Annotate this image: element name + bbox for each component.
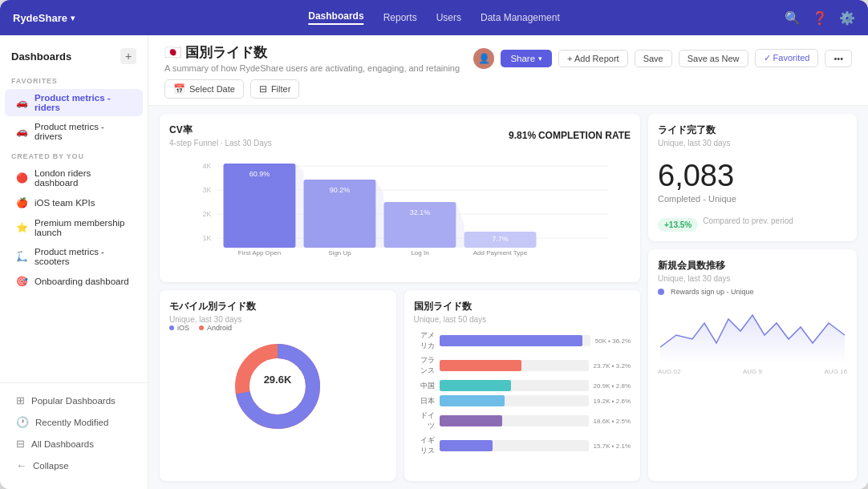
select-date-button[interactable]: 📅 Select Date	[164, 79, 244, 99]
dashboard-header: 🇯🇵 国別ライド数 A summary of how RydeShare use…	[148, 35, 868, 106]
scooters-label: Product metrics - scooters	[34, 247, 132, 266]
rides-compare-text: Compared to prev. period	[703, 216, 793, 225]
sidebar-item-riders[interactable]: 🚗 Product metrics - riders	[5, 89, 143, 116]
nav-links: Dashboards Reports Users Data Management	[308, 10, 559, 25]
sidebar-item-onboarding[interactable]: 🎯 Onboarding dashboard	[5, 272, 143, 291]
save-as-new-button[interactable]: Save as New	[679, 50, 748, 67]
svg-text:60.9%: 60.9%	[249, 170, 270, 178]
sidebar-item-london[interactable]: 🔴 London riders dashboard	[5, 164, 143, 192]
new-members-legend: Rewards sign up - Unique	[658, 288, 847, 296]
save-button[interactable]: Save	[635, 50, 672, 67]
completion-rate-label: COMPLETION RATE	[538, 130, 631, 141]
collapse-label: Collapse	[33, 461, 69, 471]
favorited-button[interactable]: ✓ Favorited	[755, 49, 819, 67]
rides-subtitle: Unique, last 30 days	[658, 139, 847, 148]
legend-dot-rewards	[658, 289, 664, 295]
new-members-chart	[658, 299, 847, 363]
main-layout: Dashboards + FAVORITES 🚗 Product metrics…	[0, 35, 868, 489]
settings-icon[interactable]: ⚙️	[839, 10, 855, 26]
rides-completed-card: ライド完了数 Unique, last 30 days 6,083 Comple…	[648, 114, 857, 241]
cv-title: CV率	[169, 123, 272, 137]
bar-track-germany	[440, 415, 589, 426]
rides-sub: Completed - Unique	[658, 194, 847, 204]
recently-modified[interactable]: 🕐 Recently Modified	[5, 411, 143, 433]
filter-label: Filter	[271, 84, 290, 94]
svg-text:3K: 3K	[203, 186, 212, 194]
bar-fill-france	[440, 360, 521, 371]
legend-android: Android	[199, 324, 232, 332]
top-nav: RydeShare ▾ Dashboards Reports Users Dat…	[0, 0, 868, 35]
svg-marker-19	[456, 202, 464, 248]
nav-icon-group: 🔍 ❓ ⚙️	[785, 10, 855, 26]
london-icon: 🔴	[16, 172, 28, 184]
nav-users[interactable]: Users	[436, 12, 461, 23]
recent-label: Recently Modified	[35, 418, 108, 427]
sidebar-item-scooters[interactable]: 🛴 Product metrics - scooters	[5, 243, 143, 270]
sidebar: Dashboards + FAVORITES 🚗 Product metrics…	[0, 35, 148, 489]
android-color-dot	[199, 325, 204, 330]
legend-ios: iOS	[169, 324, 189, 332]
app-window: RydeShare ▾ Dashboards Reports Users Dat…	[0, 0, 868, 489]
filter-bar: 📅 Select Date ⊟ Filter	[164, 79, 852, 99]
sidebar-item-drivers[interactable]: 🚗 Product metrics - drivers	[5, 118, 143, 145]
share-button[interactable]: Share ▾	[501, 50, 552, 67]
ios-label: iOS team KPIs	[34, 198, 95, 208]
bar-track-japan	[440, 395, 589, 406]
search-icon[interactable]: 🔍	[785, 10, 801, 26]
all-dashboards[interactable]: ⊟ All Dashboards	[5, 433, 143, 455]
mobile-rides-card: モバイル別ライド数 Unique, last 30 days iOS Andro…	[160, 290, 396, 481]
created-label: CREATED BY YOU	[0, 146, 148, 164]
new-members-card: 新規会員数推移 Unique, last 30 days Rewards sig…	[648, 249, 857, 481]
more-button[interactable]: •••	[825, 50, 852, 67]
svg-text:90.2%: 90.2%	[330, 186, 351, 194]
add-report-button[interactable]: + Add Report	[558, 50, 628, 67]
collapse-icon: ←	[16, 459, 26, 471]
ios-icon: 🍎	[16, 197, 28, 208]
nav-data-management[interactable]: Data Management	[481, 12, 560, 23]
country-row-japan: 日本 19.2K ▪ 2.6%	[414, 395, 631, 406]
svg-text:First App Open: First App Open	[238, 249, 281, 257]
nav-dashboards[interactable]: Dashboards	[308, 10, 363, 25]
cv-title-group: CV率 4-step Funnel · Last 30 Days	[169, 123, 272, 148]
bar-fill-germany	[440, 415, 502, 426]
help-icon[interactable]: ❓	[812, 10, 828, 26]
bar-track-china	[440, 380, 589, 391]
riders-icon: 🚗	[16, 97, 28, 108]
drivers-icon: 🚗	[16, 126, 28, 137]
favorites-label: FAVORITES	[0, 71, 148, 88]
bar-fill-china	[440, 380, 511, 391]
sidebar-item-ios[interactable]: 🍎 iOS team KPIs	[5, 193, 143, 212]
svg-text:Log In: Log In	[411, 249, 428, 257]
cv-rate-card: CV率 4-step Funnel · Last 30 Days 9.81% C…	[160, 114, 640, 282]
filter-button[interactable]: ⊟ Filter	[250, 79, 299, 99]
add-dashboard-button[interactable]: +	[120, 48, 136, 64]
country-row-china: 中国 20.9K ▪ 2.8%	[414, 380, 631, 391]
mobile-subtitle: Unique, last 30 days	[169, 315, 387, 324]
sidebar-item-premium[interactable]: ⭐ Premium membership launch	[5, 214, 143, 241]
sidebar-header: Dashboards +	[0, 45, 148, 71]
bar-track-usa	[440, 335, 590, 346]
bar-track-uk	[440, 440, 589, 451]
country-rides-card: 国別ライド数 Unique, last 50 days アメリカ 50K ▪ 3…	[404, 290, 641, 481]
all-label: All Dashboards	[31, 439, 94, 449]
collapse-sidebar[interactable]: ← Collapse	[5, 455, 143, 476]
onboarding-icon: 🎯	[16, 276, 28, 287]
svg-text:4K: 4K	[203, 162, 212, 170]
nav-reports[interactable]: Reports	[383, 12, 417, 23]
country-bars: アメリカ 50K ▪ 36.2% フランス 23.7K ▪ 3.2%	[414, 330, 631, 456]
popular-dashboards[interactable]: ⊞ Popular Dashboards	[5, 390, 143, 411]
brand-logo[interactable]: RydeShare ▾	[13, 12, 75, 24]
bar-track-france	[440, 360, 589, 371]
axis-aug9: AUG 9	[743, 368, 762, 375]
scooters-icon: 🛴	[16, 251, 28, 262]
popular-label: Popular Dashboards	[31, 396, 116, 406]
country-row-france: フランス 23.7K ▪ 3.2%	[414, 355, 631, 376]
title-group: 🇯🇵 国別ライド数 A summary of how RydeShare use…	[164, 43, 460, 73]
calendar-icon: 📅	[173, 83, 185, 95]
rides-change-badge: +13.5%	[658, 218, 698, 232]
completion-rate: 9.81% COMPLETION RATE	[509, 130, 631, 141]
country-subtitle: Unique, last 50 days	[414, 315, 631, 324]
recent-icon: 🕐	[16, 416, 29, 428]
new-members-axis: AUG 02 AUG 9 AUG 16	[658, 368, 847, 375]
ios-legend-label: iOS	[177, 324, 189, 332]
